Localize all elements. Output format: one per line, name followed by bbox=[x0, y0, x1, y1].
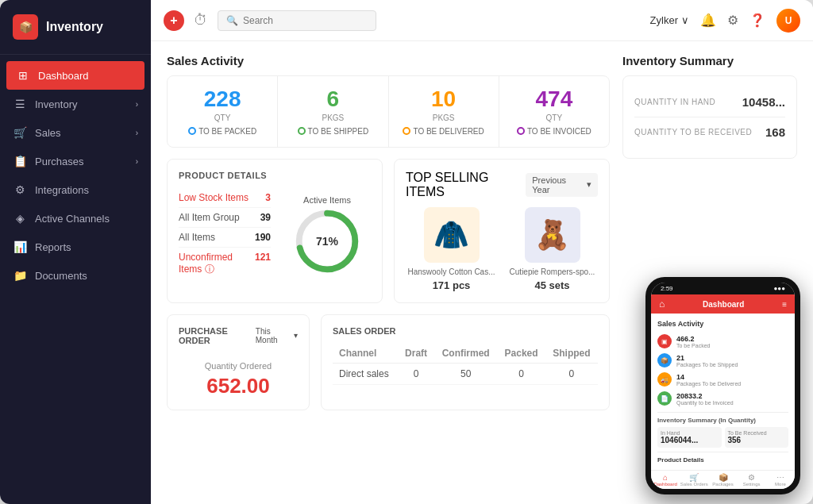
phone-stat-val-2: 21 bbox=[676, 354, 738, 362]
phone-mockup: 2:59 ●●● ⌂ Dashboard ≡ Sales Activity bbox=[645, 277, 800, 494]
phone-inv-boxes: In Hand 1046044... To Be Received 356 bbox=[657, 427, 788, 448]
phone-nav-more[interactable]: ⋯ More bbox=[766, 473, 795, 487]
po-header: PURCHASE ORDER This Month ▾ bbox=[179, 326, 298, 345]
sidebar-item-dashboard[interactable]: ⊞ Dashboard bbox=[6, 61, 144, 90]
po-title: PURCHASE ORDER bbox=[179, 326, 256, 345]
settings-icon[interactable]: ⚙ bbox=[727, 13, 738, 28]
phone-product-title: Product Details bbox=[657, 456, 788, 464]
inv-in-hand-label: QUANTITY IN HAND bbox=[634, 98, 715, 106]
phone-stat-val-4: 20833.2 bbox=[676, 392, 734, 400]
search-input[interactable] bbox=[243, 15, 368, 26]
sidebar-item-purchases[interactable]: 📋 Purchases › bbox=[0, 147, 151, 175]
phone-header-title: Dashboard bbox=[703, 300, 744, 309]
po-period-select[interactable]: This Month ▾ bbox=[256, 327, 298, 344]
selling-item-2-name: Cutiepie Rompers-spo... bbox=[507, 267, 598, 276]
phone-nav-sales[interactable]: 🛒 Sales Orders bbox=[680, 473, 708, 487]
selling-item-1-qty: 171 pcs bbox=[406, 279, 497, 291]
sidebar-item-active-channels[interactable]: ◈ Active Channels bbox=[0, 204, 151, 233]
phone-home-icon: ⌂ bbox=[659, 298, 665, 310]
sidebar-logo: 📦 Inventory bbox=[0, 0, 151, 55]
row-draft: 0 bbox=[398, 363, 434, 384]
donut-chart: 71% bbox=[295, 210, 359, 273]
chevron-right-icon: › bbox=[136, 100, 138, 109]
history-icon[interactable]: ⏱ bbox=[194, 12, 208, 29]
sidebar-item-reports[interactable]: 📊 Reports bbox=[0, 233, 151, 261]
period-select[interactable]: Previous Year ▾ bbox=[526, 173, 598, 197]
product-details-panel: PRODUCT DETAILS Low Stock Items 3 All It… bbox=[167, 159, 383, 303]
sales-order-panel: SALES ORDER Channel Draft Confirmed Pack… bbox=[321, 314, 610, 410]
avatar[interactable]: U bbox=[776, 9, 800, 33]
phone-nav-packages[interactable]: 📦 Packages bbox=[708, 473, 737, 487]
inv-in-hand-value: 10458... bbox=[742, 95, 785, 109]
col-confirmed: Confirmed bbox=[434, 344, 497, 364]
phone-nav-sales-icon: 🛒 bbox=[680, 473, 708, 482]
phone-stat-lbl-1: To be Packed bbox=[676, 343, 710, 348]
sweater-image: 🧥 bbox=[424, 207, 480, 263]
phone-stat-val-3: 14 bbox=[676, 373, 741, 381]
notifications-icon[interactable]: 🔔 bbox=[700, 13, 716, 28]
sidebar-item-sales[interactable]: 🛒 Sales › bbox=[0, 118, 151, 147]
search-bar[interactable]: 🔍 bbox=[218, 10, 376, 31]
phone-status-bar: 2:59 ●●● bbox=[651, 283, 795, 294]
inv-to-receive-label: QUANTITY TO BE RECEIVED bbox=[634, 128, 752, 137]
help-icon[interactable]: ❓ bbox=[749, 13, 765, 28]
invoiced-unit: Qty bbox=[512, 113, 596, 122]
inventory-icon: ☰ bbox=[13, 98, 27, 110]
sales-activity-section: Sales Activity 228 Qty TO BE PACKED 6 bbox=[167, 54, 610, 148]
all-items-row: All Items 190 bbox=[179, 228, 271, 248]
phone-stat-3: 🚚 14 Packages To be Delivered bbox=[657, 370, 788, 389]
sidebar-item-label: Purchases bbox=[35, 156, 83, 167]
phone-nav-settings[interactable]: ⚙ Settings bbox=[738, 473, 766, 487]
sidebar-item-documents[interactable]: 📁 Documents bbox=[0, 261, 151, 290]
phone-stat-dot-4: 📄 bbox=[657, 391, 672, 406]
phone-sales-title: Sales Activity bbox=[657, 320, 788, 328]
row-packed: 0 bbox=[497, 363, 545, 384]
so-title: SALES ORDER bbox=[333, 326, 598, 336]
inventory-summary-panel: QUANTITY IN HAND 10458... QUANTITY TO BE… bbox=[622, 75, 797, 159]
toy-image: 🧸 bbox=[525, 207, 580, 263]
phone-nav-settings-icon: ⚙ bbox=[738, 473, 766, 482]
sales-order-table: Channel Draft Confirmed Packed Shipped D… bbox=[333, 344, 598, 385]
delivered-unit: Pkgs bbox=[402, 113, 486, 122]
phone-inv-in-hand: In Hand 1046044... bbox=[657, 427, 722, 448]
sidebar-item-label: Integrations bbox=[35, 184, 89, 196]
invoiced-number: 474 bbox=[512, 87, 596, 112]
phone-nav-dashboard[interactable]: ⌂ Dashboard bbox=[651, 473, 680, 487]
phone-stat-info-2: 21 Packages To be Shipped bbox=[676, 354, 738, 367]
packed-sub: TO BE PACKED bbox=[180, 127, 264, 136]
middle-panels: PRODUCT DETAILS Low Stock Items 3 All It… bbox=[167, 159, 610, 303]
inventory-summary-title: Inventory Summary bbox=[622, 54, 797, 67]
product-details-title: PRODUCT DETAILS bbox=[179, 171, 371, 180]
item-group-row: All Item Group 39 bbox=[179, 208, 271, 228]
purchase-order-panel: PURCHASE ORDER This Month ▾ Quantity Ord… bbox=[167, 314, 310, 410]
sidebar-item-inventory[interactable]: ☰ Inventory › bbox=[0, 90, 151, 118]
invoiced-sub: TO BE INVOICED bbox=[512, 127, 596, 136]
phone-header-bar: ⌂ Dashboard ≡ bbox=[651, 294, 795, 314]
sales-card-shipped: 6 Pkgs TO BE SHIPPED bbox=[278, 76, 388, 147]
phone-inv-hand-val: 1046044... bbox=[661, 436, 719, 444]
bottom-panels: PURCHASE ORDER This Month ▾ Quantity Ord… bbox=[167, 314, 610, 410]
add-button[interactable]: + bbox=[164, 10, 184, 31]
phone-stat-dot-2: 📦 bbox=[657, 353, 672, 367]
purchases-icon: 📋 bbox=[13, 155, 27, 167]
sidebar-item-label: Inventory bbox=[35, 98, 77, 110]
phone-screen: 2:59 ●●● ⌂ Dashboard ≡ Sales Activity bbox=[651, 283, 795, 489]
phone-stat-lbl-3: Packages To be Delivered bbox=[676, 381, 741, 387]
phone-nav-more-icon: ⋯ bbox=[766, 473, 795, 482]
org-name[interactable]: Zylker ∨ bbox=[650, 14, 689, 26]
phone-nav: ⌂ Dashboard 🛒 Sales Orders 📦 Packages bbox=[651, 470, 795, 489]
phone-menu-icon: ≡ bbox=[782, 300, 787, 309]
phone-stat-lbl-2: Packages To be Shipped bbox=[676, 362, 738, 367]
phone-nav-dashboard-icon: ⌂ bbox=[651, 473, 680, 482]
search-icon: 🔍 bbox=[226, 15, 238, 26]
shipped-unit: Pkgs bbox=[291, 113, 375, 122]
phone-time: 2:59 bbox=[661, 285, 673, 292]
sidebar-item-integrations[interactable]: ⚙ Integrations bbox=[0, 175, 151, 204]
shipped-number: 6 bbox=[291, 87, 375, 112]
phone-stat-info-3: 14 Packages To be Delivered bbox=[676, 373, 741, 387]
top-selling-title: TOP SELLING ITEMS bbox=[406, 171, 526, 199]
phone-nav-packages-icon: 📦 bbox=[708, 473, 737, 482]
logo-icon: 📦 bbox=[13, 14, 38, 40]
col-shipped: Shipped bbox=[545, 344, 598, 364]
phone-stat-info-4: 20833.2 Quantity to be Invoiced bbox=[676, 392, 734, 406]
